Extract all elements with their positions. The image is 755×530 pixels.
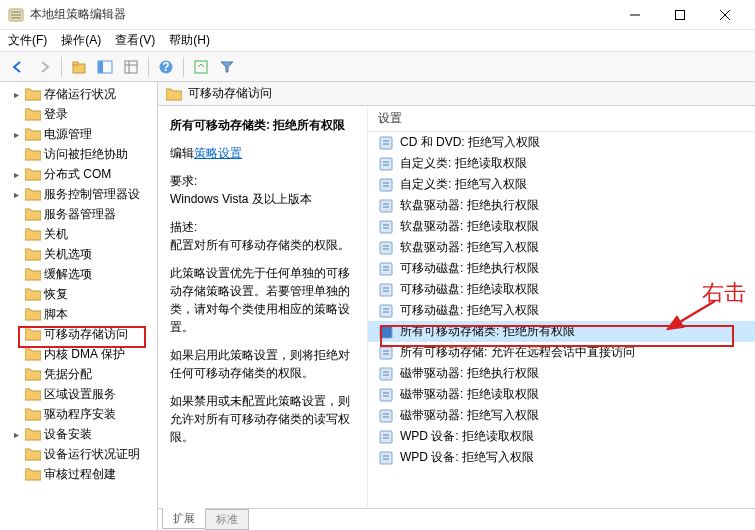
tree-item[interactable]: 驱动程序安装 <box>0 404 157 424</box>
export-list-button[interactable] <box>119 55 143 79</box>
setting-item[interactable]: 自定义类: 拒绝写入权限 <box>368 174 755 195</box>
folder-icon <box>25 267 41 281</box>
tree-item[interactable]: 登录 <box>0 104 157 124</box>
maximize-button[interactable] <box>657 0 702 30</box>
tree-item[interactable]: 脚本 <box>0 304 157 324</box>
edit-policy-link[interactable]: 策略设置 <box>194 146 242 160</box>
refresh-button[interactable] <box>189 55 213 79</box>
menu-help[interactable]: 帮助(H) <box>169 32 210 49</box>
folder-icon <box>25 247 41 261</box>
svg-rect-30 <box>380 221 392 233</box>
tree-item-label: 内核 DMA 保护 <box>44 346 125 363</box>
folder-icon <box>25 87 41 101</box>
policy-icon <box>378 240 394 256</box>
folder-icon <box>25 367 41 381</box>
setting-item-label: WPD 设备: 拒绝写入权限 <box>400 449 534 466</box>
tree-item[interactable]: 区域设置服务 <box>0 384 157 404</box>
svg-rect-39 <box>380 284 392 296</box>
menu-view[interactable]: 查看(V) <box>115 32 155 49</box>
svg-rect-54 <box>380 389 392 401</box>
svg-rect-9 <box>73 62 78 65</box>
up-button[interactable] <box>67 55 91 79</box>
folder-icon <box>166 87 182 101</box>
tree-item[interactable]: 关机选项 <box>0 244 157 264</box>
minimize-button[interactable] <box>612 0 657 30</box>
tree-item-label: 存储运行状况 <box>44 86 116 103</box>
setting-item[interactable]: CD 和 DVD: 拒绝写入权限 <box>368 132 755 153</box>
expander-icon[interactable]: ▸ <box>10 189 22 200</box>
tree-item[interactable]: 审核过程创建 <box>0 464 157 484</box>
tree-item-label: 脚本 <box>44 306 68 323</box>
setting-item[interactable]: 自定义类: 拒绝读取权限 <box>368 153 755 174</box>
tree-item-label: 驱动程序安装 <box>44 406 116 423</box>
setting-item[interactable]: 所有可移动存储: 允许在远程会话中直接访问 <box>368 342 755 363</box>
tree-item[interactable]: ▸分布式 COM <box>0 164 157 184</box>
tree-item[interactable]: 可移动存储访问 <box>0 324 157 344</box>
menu-action[interactable]: 操作(A) <box>61 32 101 49</box>
svg-rect-57 <box>380 410 392 422</box>
expander-icon[interactable]: ▸ <box>10 169 22 180</box>
back-button[interactable] <box>6 55 30 79</box>
menu-file[interactable]: 文件(F) <box>8 32 47 49</box>
tab-standard[interactable]: 标准 <box>205 509 249 530</box>
setting-item[interactable]: WPD 设备: 拒绝读取权限 <box>368 426 755 447</box>
setting-item[interactable]: 可移动磁盘: 拒绝执行权限 <box>368 258 755 279</box>
tree-item[interactable]: ▸电源管理 <box>0 124 157 144</box>
description-column: 所有可移动存储类: 拒绝所有权限 编辑策略设置 要求:Windows Vista… <box>158 106 368 508</box>
tree-item[interactable]: 内核 DMA 保护 <box>0 344 157 364</box>
folder-icon <box>25 227 41 241</box>
folder-icon <box>25 347 41 361</box>
setting-item[interactable]: 所有可移动存储类: 拒绝所有权限 <box>368 321 755 342</box>
tree-item[interactable]: ▸设备安装 <box>0 424 157 444</box>
tree-item[interactable]: 关机 <box>0 224 157 244</box>
help-button[interactable]: ? <box>154 55 178 79</box>
policy-icon <box>378 198 394 214</box>
expander-icon[interactable]: ▸ <box>10 429 22 440</box>
svg-rect-21 <box>380 158 392 170</box>
tree-item[interactable]: 恢复 <box>0 284 157 304</box>
tree-item[interactable]: 凭据分配 <box>0 364 157 384</box>
tree-item[interactable]: ▸存储运行状况 <box>0 84 157 104</box>
setting-item[interactable]: 可移动磁盘: 拒绝写入权限 <box>368 300 755 321</box>
tree-item-label: 服务控制管理器设 <box>44 186 140 203</box>
settings-header[interactable]: 设置 <box>368 106 755 132</box>
setting-item-label: 可移动磁盘: 拒绝执行权限 <box>400 260 539 277</box>
separator <box>183 57 184 77</box>
tab-extended[interactable]: 扩展 <box>162 508 206 529</box>
right-header: 可移动存储访问 <box>158 82 755 106</box>
setting-item[interactable]: 软盘驱动器: 拒绝执行权限 <box>368 195 755 216</box>
tree-item[interactable]: 缓解选项 <box>0 264 157 284</box>
setting-item-label: 磁带驱动器: 拒绝读取权限 <box>400 386 539 403</box>
svg-rect-24 <box>380 179 392 191</box>
expander-icon[interactable]: ▸ <box>10 89 22 100</box>
tree-item[interactable]: 访问被拒绝协助 <box>0 144 157 164</box>
folder-icon <box>25 127 41 141</box>
tree-panel[interactable]: ▸存储运行状况登录▸电源管理访问被拒绝协助▸分布式 COM▸服务控制管理器设服务… <box>0 82 158 530</box>
tree-item[interactable]: ▸服务控制管理器设 <box>0 184 157 204</box>
show-hide-tree-button[interactable] <box>93 55 117 79</box>
setting-item[interactable]: 软盘驱动器: 拒绝读取权限 <box>368 216 755 237</box>
setting-item-label: WPD 设备: 拒绝读取权限 <box>400 428 534 445</box>
bottom-tabs: 扩展 标准 <box>158 508 755 530</box>
setting-item[interactable]: 可移动磁盘: 拒绝读取权限 <box>368 279 755 300</box>
filter-button[interactable] <box>215 55 239 79</box>
folder-icon <box>25 427 41 441</box>
svg-rect-17 <box>195 61 207 73</box>
setting-item-label: 软盘驱动器: 拒绝写入权限 <box>400 239 539 256</box>
setting-item[interactable]: 磁带驱动器: 拒绝读取权限 <box>368 384 755 405</box>
setting-item-label: 可移动磁盘: 拒绝写入权限 <box>400 302 539 319</box>
setting-item[interactable]: WPD 设备: 拒绝写入权限 <box>368 447 755 468</box>
tree-item-label: 审核过程创建 <box>44 466 116 483</box>
setting-item[interactable]: 磁带驱动器: 拒绝写入权限 <box>368 405 755 426</box>
tree-item[interactable]: 设备运行状况证明 <box>0 444 157 464</box>
forward-button[interactable] <box>32 55 56 79</box>
tree-item[interactable]: 服务器管理器 <box>0 204 157 224</box>
expander-icon[interactable]: ▸ <box>10 129 22 140</box>
setting-item[interactable]: 磁带驱动器: 拒绝执行权限 <box>368 363 755 384</box>
tree-item-label: 区域设置服务 <box>44 386 116 403</box>
close-button[interactable] <box>702 0 747 30</box>
policy-icon <box>378 408 394 424</box>
tree-item-label: 设备安装 <box>44 426 92 443</box>
requirements-label: 要求: <box>170 174 197 188</box>
setting-item[interactable]: 软盘驱动器: 拒绝写入权限 <box>368 237 755 258</box>
